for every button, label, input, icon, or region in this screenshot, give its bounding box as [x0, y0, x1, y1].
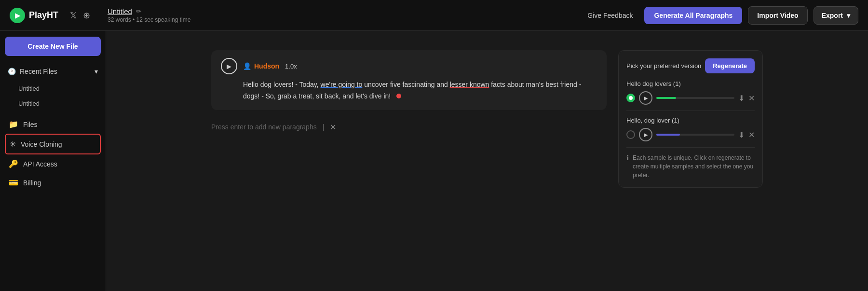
feedback-button[interactable]: Give Feedback: [582, 8, 638, 23]
press-enter-text: Press enter to add new paragraphs: [211, 123, 317, 131]
recent-files-label-row: 🕐 Recent Files: [8, 68, 57, 75]
version-label-0: Hello dog lovers (1): [626, 80, 755, 87]
mini-play-button-1[interactable]: ▶: [639, 128, 652, 141]
voice-cloning-icon: ✳: [10, 139, 16, 149]
speed-label[interactable]: 1.0x: [285, 63, 297, 70]
chevron-down-icon: ▾: [847, 12, 850, 19]
sidebar-billing-label: Billing: [23, 179, 41, 187]
generate-button[interactable]: Generate All Paragraphs: [644, 7, 742, 24]
header-actions: Give Feedback Generate All Paragraphs Im…: [582, 6, 858, 25]
sidebar-files-label: Files: [23, 121, 38, 128]
sidebar: Create New File 🕐 Recent Files ▾ Untitle…: [0, 31, 106, 291]
version-label-1: Hello, dog lover (1): [626, 117, 755, 124]
close-icon-1[interactable]: ✕: [748, 130, 755, 139]
doc-meta: 32 words • 12 sec speaking time: [108, 16, 574, 23]
recent-files-list: Untitled Untitled: [5, 81, 101, 111]
play-button[interactable]: ▶: [221, 58, 237, 74]
discord-icon[interactable]: ⊕: [83, 10, 90, 21]
version-controls-1: ▶ ⬇ ✕: [626, 128, 755, 141]
press-enter-bar: Press enter to add new paragraphs | ✕: [211, 118, 607, 137]
version-divider: [626, 111, 755, 111]
radio-button-1[interactable]: [626, 130, 635, 139]
paragraph-text[interactable]: Hello dog lovers! - Today, we're going t…: [221, 79, 597, 102]
logo-text: PlayHT: [29, 10, 58, 20]
download-icon-1[interactable]: ⬇: [738, 130, 745, 139]
regen-panel: Pick your preferred version Regenerate H…: [618, 50, 763, 188]
sidebar-item-files[interactable]: 📁 Files: [5, 115, 101, 134]
paragraph-block: ▶ 👤 Hudson 1.0x Hello dog lovers! - Toda…: [211, 50, 607, 110]
regen-panel-title: Pick your preferred version: [626, 62, 701, 69]
create-new-file-button[interactable]: Create New File: [5, 37, 101, 56]
progress-fill-0: [656, 97, 676, 99]
text-underline-blue: we're going to: [321, 81, 363, 88]
text-underline-red: lesser known: [450, 81, 489, 88]
voice-label[interactable]: 👤 Hudson: [243, 62, 279, 70]
info-icon: ℹ: [626, 154, 629, 162]
separator: |: [323, 123, 325, 131]
download-icon-0[interactable]: ⬇: [738, 94, 745, 103]
sidebar-item-billing[interactable]: 💳 Billing: [5, 173, 101, 192]
file-item-0[interactable]: Untitled: [5, 81, 101, 96]
progress-track-0: [656, 97, 734, 99]
file-item-1[interactable]: Untitled: [5, 96, 101, 111]
main: Create New File 🕐 Recent Files ▾ Untitle…: [0, 31, 868, 291]
regen-panel-header: Pick your preferred version Regenerate: [626, 58, 755, 73]
sidebar-item-voice-cloning[interactable]: ✳ Voice Cloning: [5, 134, 101, 154]
red-dot-indicator: [396, 94, 401, 98]
voice-person-icon: 👤: [243, 62, 251, 70]
social-icons: 𝕏 ⊕: [70, 10, 90, 21]
clock-icon: 🕐: [8, 68, 16, 75]
chevron-down-icon: ▾: [95, 68, 98, 75]
doc-title[interactable]: Untitled: [108, 7, 132, 15]
version-item-1: Hello, dog lover (1) ▶ ⬇ ✕: [626, 117, 755, 141]
header: ▶ PlayHT 𝕏 ⊕ Untitled ✏ 32 words • 12 se…: [0, 0, 868, 31]
close-icon[interactable]: ✕: [330, 123, 336, 132]
export-label: Export: [822, 12, 843, 19]
twitter-icon[interactable]: 𝕏: [70, 10, 77, 21]
version-controls-0: ▶ ⬇ ✕: [626, 91, 755, 105]
mini-play-button-0[interactable]: ▶: [639, 91, 652, 105]
key-icon: 🔑: [9, 159, 18, 168]
content-wrapper: ▶ 👤 Hudson 1.0x Hello dog lovers! - Toda…: [211, 50, 763, 188]
content-area: ▶ 👤 Hudson 1.0x Hello dog lovers! - Toda…: [106, 31, 868, 291]
logo: ▶ PlayHT: [10, 8, 58, 23]
billing-icon: 💳: [9, 178, 18, 187]
paragraph-header: ▶ 👤 Hudson 1.0x: [221, 58, 597, 74]
close-icon-0[interactable]: ✕: [748, 94, 755, 103]
export-button[interactable]: Export ▾: [814, 6, 858, 25]
voice-name: Hudson: [254, 62, 279, 70]
regen-note-text: Each sample is unique. Click on regenera…: [633, 153, 755, 180]
recent-files-label: Recent Files: [20, 68, 57, 75]
main-editor: ▶ 👤 Hudson 1.0x Hello dog lovers! - Toda…: [211, 50, 607, 137]
recent-files-section[interactable]: 🕐 Recent Files ▾: [5, 64, 101, 79]
regenerate-button[interactable]: Regenerate: [705, 58, 755, 73]
progress-track-1: [656, 134, 734, 136]
folder-icon: 📁: [9, 120, 18, 129]
header-center: Untitled ✏ 32 words • 12 sec speaking ti…: [98, 7, 574, 23]
edit-icon[interactable]: ✏: [136, 8, 141, 15]
version-divider-2: [626, 147, 755, 148]
logo-icon: ▶: [10, 8, 25, 23]
sidebar-api-label: API Access: [23, 160, 57, 168]
regen-note: ℹ Each sample is unique. Click on regene…: [626, 153, 755, 180]
radio-button-0[interactable]: [626, 94, 635, 102]
sidebar-item-api-access[interactable]: 🔑 API Access: [5, 154, 101, 173]
version-item-0: Hello dog lovers (1) ▶ ⬇ ✕: [626, 80, 755, 105]
doc-title-row: Untitled ✏: [108, 7, 574, 15]
import-button[interactable]: Import Video: [748, 6, 807, 25]
sidebar-voice-cloning-label: Voice Cloning: [21, 140, 62, 148]
progress-fill-1: [656, 134, 680, 136]
